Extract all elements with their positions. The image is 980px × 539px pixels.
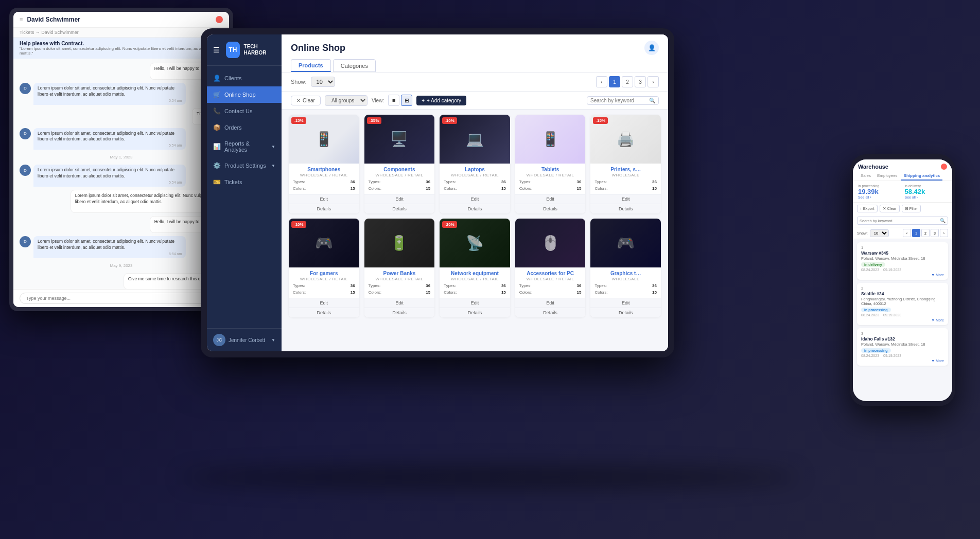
discount-badge: -15% [291,117,306,124]
discount-badge: -10% [442,117,457,124]
sidebar-item-clients[interactable]: 👤 Clients [207,70,282,86]
logo-icon: TH [226,42,240,58]
user-avatar-header[interactable]: 👤 [644,41,659,55]
page-1[interactable]: 1 [912,229,920,237]
tab-sales[interactable]: Sales [858,172,873,181]
sidebar-item-reports[interactable]: 📊 Reports & Analytics ▼ [207,136,282,157]
see-all-delivery[interactable]: See all › [905,195,948,199]
tab-shipping[interactable]: Shipping analytics [901,172,943,181]
edit-btn[interactable]: Edit [515,194,586,204]
message-item: Lorem ipsum dolor sit amet, consectetur … [71,190,223,213]
page-3-btn[interactable]: 3 [635,76,646,87]
prev-page-btn[interactable]: ‹ [596,76,607,87]
sidebar-logo: ☰ TH TECH HARBOR [207,34,282,66]
product-type: WHOLESALE / RETAIL [293,277,355,281]
tab-products[interactable]: Products [291,59,331,72]
phone-show-select[interactable]: 10 [870,229,889,237]
search-input[interactable] [590,98,647,103]
chevron-icon: ▼ [271,145,275,149]
grid-view-btn[interactable]: ⊞ [401,95,412,106]
page-2-btn[interactable]: 2 [622,76,633,87]
tab-employees[interactable]: Employees [874,172,900,181]
avatar: D [20,236,31,247]
message-item: D Lorem ipsum dolor sit amet, consectetu… [20,165,223,187]
product-card-printers: -15% 🖨️ Printers, s… WHOLESALE Types: 36 [590,115,661,213]
product-name: Components [369,167,431,172]
edit-btn[interactable]: Edit [364,194,435,204]
orders-icon: 📦 [213,124,220,131]
page-title: Online Shop [291,43,345,53]
product-type: WHOLESALE [594,173,657,177]
chat-messages: Hello, I will be happy to help you. 5:54… [13,59,229,289]
details-btn[interactable]: Details [440,204,510,213]
pagination: ‹ 1 2 3 › [596,76,659,87]
details-btn[interactable]: Details [289,308,359,317]
edit-btn[interactable]: Edit [515,298,586,308]
details-btn[interactable]: Details [440,308,510,317]
edit-btn[interactable]: Edit [289,194,359,204]
chat-header: ≡ David Schwimmer [13,12,229,28]
next-page-btn[interactable]: › [647,76,659,87]
tickets-icon: 🎫 [213,178,220,186]
more-btn-2[interactable]: ▼ More [861,318,944,322]
sidebar-item-orders[interactable]: 📦 Orders [207,119,282,136]
edit-btn[interactable]: Edit [440,194,510,204]
show-label: Show: [291,79,307,85]
groups-select[interactable]: All groups [325,95,367,106]
sidebar-item-contact-us[interactable]: 📞 Contact Us [207,103,282,119]
page-1-btn[interactable]: 1 [609,76,620,87]
tab-categories[interactable]: Categories [333,59,376,72]
edit-btn[interactable]: Edit [364,298,435,308]
product-type: WHOLESALE / RETAIL [369,173,431,177]
product-image: -15% 🖨️ [590,115,661,164]
sidebar-item-online-shop[interactable]: 🛒 Online Shop [207,86,282,103]
edit-btn[interactable]: Edit [289,298,359,308]
export-btn[interactable]: ↑ Export [857,205,878,212]
sidebar-item-tickets[interactable]: 🎫 Tickets [207,174,282,190]
phone-device: Warehouse Sales Employees Shipping analy… [850,154,955,406]
main-header: Online Shop 👤 Products Categories [282,34,668,73]
laptop-screen: ≡ David Schwimmer Tickets → David Schwim… [13,12,229,307]
product-type: WHOLESALE / RETAIL [444,277,506,281]
product-name: Accessories for PC [519,271,582,276]
chat-title: David Schwimmer [27,16,80,23]
details-btn[interactable]: Details [590,204,661,213]
filter-btn[interactable]: ⊟ Filter [902,205,921,212]
details-btn[interactable]: Details [364,204,435,213]
chevron-icon: ▼ [271,164,275,168]
close-button[interactable] [216,16,223,23]
add-category-btn[interactable]: + + Add category [416,96,466,105]
next-btn[interactable]: › [940,229,948,237]
details-btn[interactable]: Details [515,308,586,317]
prev-btn[interactable]: ‹ [903,229,911,237]
more-btn-1[interactable]: ▼ More [861,273,944,277]
stat-delivery: in delivery 58.42k See all › [905,184,948,199]
message-input[interactable] [20,293,223,304]
edit-btn[interactable]: Edit [590,298,661,308]
product-image: -35% 🖥️ [364,115,435,164]
phone-search-input[interactable] [860,219,938,223]
product-name: Smartphones [293,167,355,172]
clear-btn[interactable]: ✕ Clear [880,205,900,212]
details-btn[interactable]: Details [289,204,359,213]
details-btn[interactable]: Details [590,308,661,317]
close-button[interactable] [941,164,947,170]
hamburger-icon[interactable]: ☰ [213,46,220,54]
phone-pagination: ‹ 1 2 3 › [903,229,948,237]
page-2[interactable]: 2 [921,229,930,237]
details-btn[interactable]: Details [364,308,435,317]
details-btn[interactable]: Details [515,204,586,213]
edit-btn[interactable]: Edit [440,298,510,308]
sidebar-item-product-settings[interactable]: ⚙️ Product Settings ▼ [207,157,282,174]
show-select[interactable]: 10 25 50 [311,77,335,87]
user-menu[interactable]: JC Jennifer Corbett ▼ [207,328,282,351]
list-view-btn[interactable]: ≡ [388,95,399,106]
product-name: Printers, s… [594,167,657,172]
product-card-gamers: -10% 🎮 For gamers WHOLESALE / RETAIL Typ… [289,219,359,317]
chat-input-bar [13,289,229,307]
more-btn-3[interactable]: ▼ More [861,359,944,363]
see-all-processing[interactable]: See all › [858,195,901,199]
edit-btn[interactable]: Edit [590,194,661,204]
clear-filter-btn[interactable]: ✕ Clear [291,96,321,105]
page-3[interactable]: 3 [931,229,939,237]
